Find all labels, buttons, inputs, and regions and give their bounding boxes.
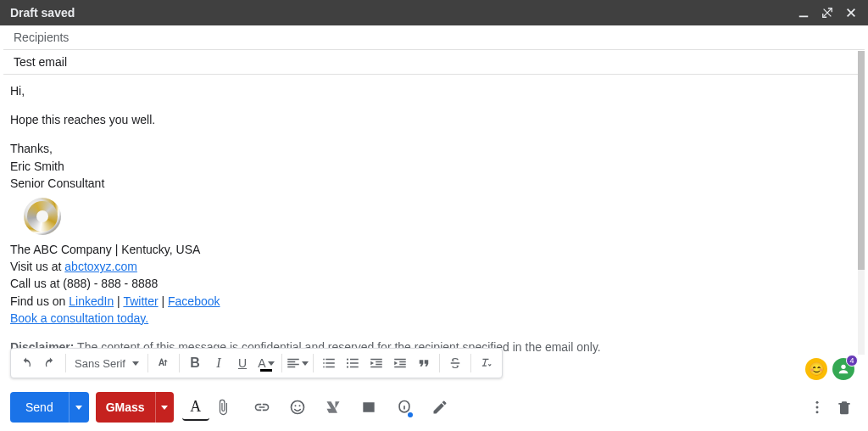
- recipients-field[interactable]: Recipients: [3, 25, 865, 50]
- svg-point-5: [294, 405, 296, 406]
- svg-point-9: [816, 411, 819, 413]
- avatar-emoji[interactable]: 😊: [805, 358, 827, 380]
- recipients-placeholder: Recipients: [14, 31, 69, 44]
- separator: [439, 354, 440, 372]
- svg-point-8: [816, 406, 819, 409]
- separator: [313, 354, 314, 372]
- send-options-button[interactable]: [69, 392, 89, 423]
- separator: [65, 354, 66, 372]
- collaborator-avatars: 😊 4: [805, 358, 854, 380]
- caret-down-icon: [132, 361, 139, 366]
- strikethrough-button[interactable]: [443, 351, 467, 375]
- call-line: Call us at (888) - 888 - 8888: [10, 276, 849, 291]
- caret-down-icon: [75, 406, 82, 410]
- confidential-mode-button[interactable]: [391, 394, 418, 421]
- caret-down-icon: [161, 406, 168, 410]
- discard-draft-button[interactable]: [831, 394, 858, 421]
- company-logo: [24, 198, 61, 235]
- indent-less-button[interactable]: [364, 351, 388, 375]
- svg-point-3: [841, 365, 845, 369]
- titlebar-title: Draft saved: [10, 6, 75, 20]
- compose-titlebar: Draft saved: [0, 0, 868, 25]
- send-button[interactable]: Send: [10, 392, 69, 423]
- undo-button[interactable]: [14, 351, 38, 375]
- svg-point-2: [347, 366, 348, 367]
- numbered-list-button[interactable]: [317, 351, 341, 375]
- facebook-link[interactable]: Facebook: [168, 294, 220, 308]
- remove-formatting-button[interactable]: [475, 351, 498, 375]
- body-role: Senior Consultant: [10, 176, 849, 191]
- text-color-button[interactable]: A: [254, 351, 278, 375]
- find-line: Find us on LinkedIn | Twitter | Facebook: [10, 294, 849, 309]
- gmass-button[interactable]: GMass: [96, 392, 155, 423]
- bulleted-list-button[interactable]: [341, 351, 364, 375]
- svg-point-7: [816, 401, 819, 404]
- svg-point-4: [291, 401, 303, 414]
- popout-button[interactable]: [821, 6, 834, 20]
- separator: [147, 354, 148, 372]
- body-name: Eric Smith: [10, 159, 849, 174]
- status-dot-icon: [408, 412, 413, 417]
- font-size-button[interactable]: [152, 351, 175, 375]
- body-greeting: Hi,: [10, 83, 849, 98]
- compose-action-bar: Send GMass A: [10, 392, 858, 423]
- font-family-select[interactable]: Sans Serif: [70, 351, 144, 375]
- svg-point-6: [298, 405, 300, 406]
- separator: [470, 354, 471, 372]
- italic-button[interactable]: I: [207, 351, 231, 375]
- insert-photo-button[interactable]: [355, 394, 382, 421]
- formatting-toggle-button[interactable]: A: [182, 394, 209, 421]
- visit-line: Visit us at abctoxyz.com: [10, 259, 849, 274]
- more-options-button[interactable]: [804, 394, 831, 421]
- separator: [281, 354, 282, 372]
- align-button[interactable]: [286, 351, 309, 375]
- gmass-options-button[interactable]: [155, 392, 174, 423]
- minimize-button[interactable]: [797, 6, 810, 20]
- svg-point-1: [347, 362, 348, 364]
- bold-button[interactable]: B: [183, 351, 207, 375]
- twitter-link[interactable]: Twitter: [123, 294, 158, 308]
- underline-button[interactable]: U: [231, 351, 254, 375]
- insert-emoji-button[interactable]: [284, 394, 311, 421]
- insert-link-button[interactable]: [248, 394, 275, 421]
- redo-button[interactable]: [38, 351, 62, 375]
- formatting-toolbar: Sans Serif B I U A: [10, 348, 503, 378]
- quote-button[interactable]: [412, 351, 436, 375]
- scrollbar-thumb[interactable]: [858, 51, 865, 270]
- company-line: The ABC Company | Kentucky, USA: [10, 242, 849, 257]
- book-consultation-link[interactable]: Book a consultation today.: [10, 311, 148, 325]
- insert-signature-button[interactable]: [426, 394, 453, 421]
- insert-drive-button[interactable]: [320, 394, 347, 421]
- body-line1: Hope this reaches you well.: [10, 112, 849, 127]
- separator: [179, 354, 180, 372]
- subject-value: Test email: [14, 55, 67, 69]
- subject-field[interactable]: Test email: [3, 50, 865, 75]
- indent-more-button[interactable]: [388, 351, 412, 375]
- website-link[interactable]: abctoxyz.com: [64, 260, 137, 273]
- body-scrollbar[interactable]: [858, 51, 865, 355]
- close-button[interactable]: [844, 6, 858, 20]
- body-thanks: Thanks,: [10, 141, 849, 156]
- avatar-user[interactable]: 4: [832, 358, 854, 380]
- attach-file-button[interactable]: [209, 394, 236, 421]
- avatar-badge: 4: [846, 355, 858, 367]
- linkedin-link[interactable]: LinkedIn: [69, 294, 114, 308]
- svg-point-0: [347, 358, 348, 360]
